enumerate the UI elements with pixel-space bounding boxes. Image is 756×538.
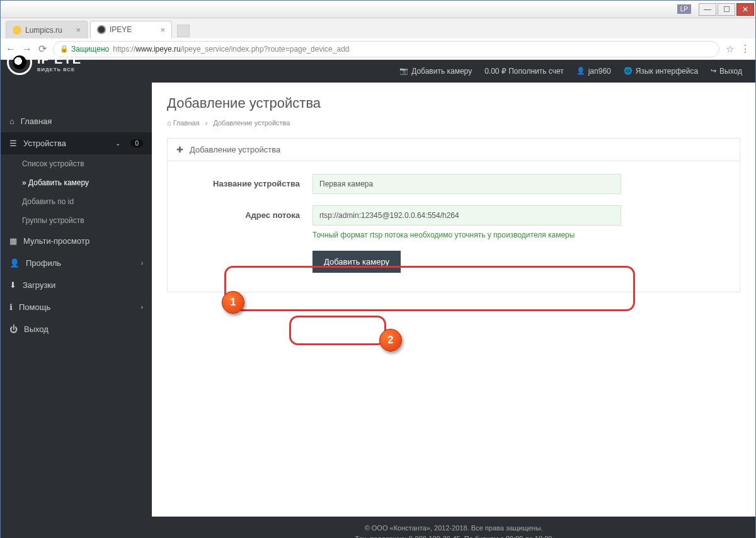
add-device-panel: ✚ Добавление устройства Название устройс… bbox=[167, 138, 740, 292]
sidebar-label: Главная bbox=[21, 117, 52, 126]
sidebar-label: Выход bbox=[24, 324, 49, 334]
panel-header: ✚ Добавление устройства bbox=[168, 139, 740, 161]
add-camera-button[interactable]: Добавить камеру bbox=[312, 251, 401, 273]
chevron-right-icon: › bbox=[205, 119, 208, 127]
sidebar-label: Помощь bbox=[19, 302, 50, 312]
sidebar-label: Загрузки bbox=[23, 280, 55, 290]
download-icon: ⬇ bbox=[9, 280, 16, 290]
maximize-button[interactable]: ☐ bbox=[718, 3, 735, 16]
minimize-button[interactable]: — bbox=[699, 3, 716, 16]
sidebar-label: Устройства bbox=[23, 139, 66, 148]
sidebar-label: Профиль bbox=[26, 258, 61, 268]
label-stream-address: Адрес потока bbox=[186, 205, 312, 220]
tab-close-icon[interactable]: × bbox=[160, 25, 165, 35]
topnav-logout[interactable]: ↪Выход bbox=[711, 67, 742, 76]
tab-title: IPEYE bbox=[110, 25, 132, 34]
device-name-input[interactable] bbox=[312, 174, 621, 194]
sidebar-item-home[interactable]: ⌂ Главная bbox=[1, 110, 152, 132]
annotation-marker-1: 1 bbox=[222, 291, 244, 314]
sidebar-item-help[interactable]: ℹ Помощь › bbox=[1, 296, 152, 318]
sidebar-item-profile[interactable]: 👤 Профиль › bbox=[1, 252, 152, 274]
chevron-right-icon: › bbox=[141, 260, 143, 266]
url-proto: https:// bbox=[113, 45, 135, 54]
sidebar-item-logout[interactable]: ⏻ Выход bbox=[1, 318, 152, 340]
logo-sub: ВИДЕТЬ ВСЕ bbox=[37, 67, 81, 72]
sidebar-label: Мульти-просмотр bbox=[23, 236, 89, 246]
globe-icon: 🌐 bbox=[624, 67, 633, 75]
sidebar-item-downloads[interactable]: ⬇ Загрузки bbox=[1, 274, 152, 296]
home-icon: ⌂ bbox=[9, 117, 14, 126]
annotation-box-1 bbox=[224, 266, 635, 311]
topnav-language[interactable]: 🌐Язык интерфейса bbox=[624, 67, 698, 76]
new-tab-button[interactable] bbox=[177, 25, 190, 37]
logo-text: IP EYE bbox=[37, 52, 81, 67]
power-icon: ⏻ bbox=[9, 324, 18, 334]
footer-copyright: © ООО «Константа», 2012-2018. Все права … bbox=[152, 523, 755, 534]
sidebar-sub-add-by-id[interactable]: Добавить по id bbox=[1, 192, 152, 211]
annotation-marker-2: 2 bbox=[379, 329, 402, 352]
main-content: Добавление устройства ⌂ Главная › Добавл… bbox=[152, 83, 755, 538]
browser-tabs: Lumpics.ru × IPEYE × bbox=[1, 18, 755, 38]
topnav-balance[interactable]: 0.00 ₽ Пополнить счет bbox=[484, 67, 564, 76]
plus-icon: ✚ bbox=[176, 145, 183, 154]
info-icon: ℹ bbox=[9, 302, 13, 312]
footer-support: Тех. поддержка: 8-800-100-39-45. По будн… bbox=[152, 534, 755, 538]
menu-icon[interactable]: ⋮ bbox=[740, 43, 750, 55]
tab-close-icon[interactable]: × bbox=[76, 25, 81, 35]
logo-icon bbox=[7, 50, 32, 75]
window-titlebar: LP — ☐ ✕ bbox=[1, 1, 755, 18]
tab-lumpics[interactable]: Lumpics.ru × bbox=[6, 21, 88, 38]
topnav-add-camera[interactable]: 📷Добавить камеру bbox=[399, 67, 472, 76]
label-device-name: Название устройства bbox=[186, 174, 312, 188]
bookmark-icon[interactable]: ☆ bbox=[726, 43, 734, 55]
breadcrumb: ⌂ Главная › Добавление устройства bbox=[167, 119, 740, 127]
close-button[interactable]: ✕ bbox=[736, 3, 754, 16]
tab-ipeye[interactable]: IPEYE × bbox=[90, 21, 172, 38]
url-field[interactable]: 🔒 Защищено https://www.ipeye.ru/ipeye_se… bbox=[53, 41, 719, 57]
sidebar-sub-device-groups[interactable]: Группы устройств bbox=[1, 211, 152, 230]
url-host: www.ipeye.ru bbox=[135, 45, 180, 54]
logo[interactable]: IP EYE ВИДЕТЬ ВСЕ bbox=[1, 37, 81, 88]
user-icon: 👤 bbox=[9, 258, 20, 268]
list-icon: ☰ bbox=[9, 139, 17, 148]
panel-title: Добавление устройства bbox=[190, 145, 280, 154]
logout-icon: ↪ bbox=[711, 67, 716, 75]
top-navigation: 📷Добавить камеру 0.00 ₽ Пополнить счет 👤… bbox=[152, 60, 755, 83]
breadcrumb-home[interactable]: Главная bbox=[173, 119, 200, 127]
user-icon: 👤 bbox=[576, 67, 585, 75]
sidebar-item-devices[interactable]: ☰ Устройства ⌄ 0 bbox=[1, 132, 152, 154]
topnav-user[interactable]: 👤jan960 bbox=[576, 67, 611, 76]
home-icon: ⌂ bbox=[167, 119, 171, 127]
favicon-icon bbox=[97, 25, 106, 34]
lp-badge: LP bbox=[677, 4, 691, 14]
stream-address-input[interactable] bbox=[312, 205, 621, 226]
chevron-right-icon: › bbox=[141, 304, 143, 311]
favicon-icon bbox=[13, 26, 21, 35]
devices-badge: 0 bbox=[130, 139, 143, 147]
sidebar-item-multiview[interactable]: ▦ Мульти-просмотр bbox=[1, 230, 152, 252]
breadcrumb-current: Добавление устройства bbox=[213, 119, 290, 127]
sidebar-sub-add-camera[interactable]: Добавить камеру bbox=[1, 173, 152, 192]
url-path: /ipeye_service/index.php?route=page_devi… bbox=[181, 45, 350, 54]
sidebar-sub-device-list[interactable]: Список устройств bbox=[1, 154, 152, 173]
camera-icon: 📷 bbox=[399, 67, 408, 75]
sidebar: IP EYE ВИДЕТЬ ВСЕ ⌂ Главная ☰ Устройства… bbox=[1, 60, 152, 538]
tab-title: Lumpics.ru bbox=[25, 26, 62, 35]
page-title: Добавление устройства bbox=[167, 95, 740, 112]
stream-hint: Точный формат rtsp потока необходимо уто… bbox=[312, 231, 621, 239]
grid-icon: ▦ bbox=[9, 236, 17, 246]
page-footer: © ООО «Константа», 2012-2018. Все права … bbox=[152, 517, 755, 538]
chevron-down-icon: ⌄ bbox=[115, 140, 120, 147]
annotation-box-2 bbox=[289, 316, 386, 345]
address-bar: ← → ⟳ 🔒 Защищено https://www.ipeye.ru/ip… bbox=[1, 38, 755, 60]
